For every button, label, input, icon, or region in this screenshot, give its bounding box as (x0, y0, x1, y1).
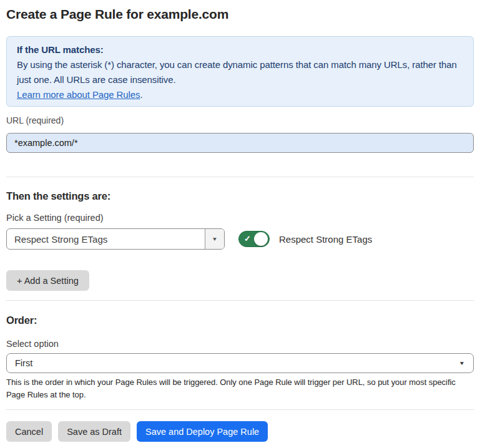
order-select[interactable]: First ▼ (6, 353, 474, 373)
info-box-heading: If the URL matches: (17, 42, 463, 57)
order-select-label: Select option (6, 339, 474, 349)
section-divider (6, 300, 474, 301)
toggle-knob (254, 232, 268, 246)
dropdown-arrow-icon: ▼ (212, 236, 218, 241)
link-suffix-text: . (140, 89, 142, 100)
toggle-label: Respect Strong ETags (279, 234, 372, 245)
order-section-heading: Order: (6, 314, 474, 326)
section-divider (6, 177, 474, 177)
url-input[interactable] (6, 133, 474, 153)
setting-row: Respect Strong ETags ▼ ✓ Respect Strong … (6, 228, 474, 250)
footer-divider (6, 409, 474, 410)
url-field-label: URL (required) (6, 115, 474, 126)
order-help-text: This is the order in which your Page Rul… (6, 376, 474, 401)
toggle-check-icon: ✓ (244, 235, 251, 243)
save-deploy-button[interactable]: Save and Deploy Page Rule (137, 421, 268, 442)
etags-toggle[interactable]: ✓ (238, 231, 270, 247)
order-select-value: First (15, 358, 32, 368)
setting-select-arrow-button[interactable]: ▼ (205, 229, 224, 249)
settings-section-heading: Then the settings are: (6, 190, 474, 202)
setting-select-value: Respect Strong ETags (7, 234, 205, 245)
learn-more-link[interactable]: Learn more about Page Rules (17, 89, 140, 100)
create-page-rule-form: Create a Page Rule for example.com If th… (0, 6, 480, 442)
cancel-button[interactable]: Cancel (6, 421, 52, 442)
info-box-body: By using the asterisk (*) character, you… (17, 57, 463, 87)
pick-setting-label: Pick a Setting (required) (6, 213, 474, 223)
url-match-info-box: If the URL matches: By using the asteris… (6, 36, 474, 107)
add-setting-button[interactable]: + Add a Setting (6, 270, 89, 291)
info-box-link-line: Learn more about Page Rules. (17, 87, 463, 102)
page-title: Create a Page Rule for example.com (6, 6, 474, 22)
footer-actions: Cancel Save as Draft Save and Deploy Pag… (6, 421, 474, 442)
chevron-down-icon: ▼ (459, 360, 465, 366)
save-draft-button[interactable]: Save as Draft (58, 421, 130, 442)
setting-select[interactable]: Respect Strong ETags ▼ (6, 228, 225, 250)
